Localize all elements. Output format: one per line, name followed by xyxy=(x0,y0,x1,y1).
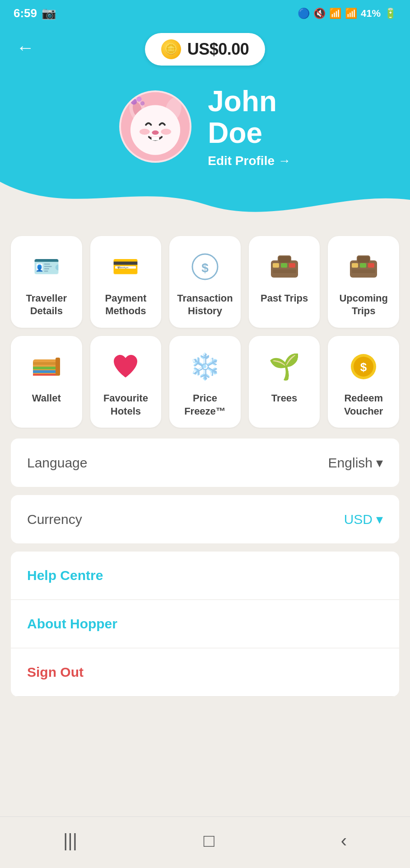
menu-label-past-trips: Past Trips xyxy=(261,292,308,305)
svg-rect-17 xyxy=(273,263,279,268)
svg-point-4 xyxy=(131,99,137,105)
profile-name: John Doe xyxy=(208,85,291,149)
status-right: 🔵 🔇 📶 📶 41% 🔋 xyxy=(298,8,396,19)
svg-rect-26 xyxy=(352,269,375,273)
language-label: Language xyxy=(27,455,87,471)
transaction-history-icon: $ xyxy=(187,249,223,285)
battery-icon: 🔋 xyxy=(384,8,396,19)
svg-text:$: $ xyxy=(360,360,367,374)
signal-icon: 📶 xyxy=(345,8,357,19)
nav-back-button[interactable]: ‹ xyxy=(327,826,360,855)
wave-divider xyxy=(0,182,410,218)
status-time: 6:59 xyxy=(14,6,37,20)
menu-item-redeem-voucher[interactable]: $ Redeem Voucher xyxy=(328,336,399,428)
menu-label-wallet: Wallet xyxy=(32,392,61,405)
svg-rect-25 xyxy=(368,263,374,268)
menu-label-trees: Trees xyxy=(271,392,298,405)
menu-item-traveller-details[interactable]: 🪪 Traveller Details xyxy=(11,236,82,328)
menu-item-payment-methods[interactable]: 💳 Payment Methods xyxy=(90,236,162,328)
sign-out-link[interactable]: Sign Out xyxy=(11,648,399,697)
chevron-down-icon: ▾ xyxy=(376,455,383,471)
camera-icon: 📷 xyxy=(42,6,56,20)
menu-item-price-freeze[interactable]: ❄️ Price Freeze™ xyxy=(169,336,241,428)
svg-rect-23 xyxy=(352,263,358,268)
currency-label: Currency xyxy=(27,512,82,527)
language-row[interactable]: Language English ▾ xyxy=(11,439,399,487)
help-centre-link[interactable]: Help Centre xyxy=(11,552,399,600)
menu-label-upcoming-trips: Upcoming Trips xyxy=(332,292,395,318)
favourite-hotels-icon xyxy=(107,349,144,385)
menu-label-favourite-hotels: Favourite Hotels xyxy=(95,392,157,418)
trees-icon: 🌱 xyxy=(266,349,303,385)
svg-point-6 xyxy=(140,101,145,106)
main-content: 🪪 Traveller Details 💳 Payment Methods $ … xyxy=(0,218,410,718)
svg-rect-28 xyxy=(33,362,57,365)
menu-item-trees[interactable]: 🌱 Trees xyxy=(249,336,320,428)
past-trips-icon xyxy=(266,249,303,285)
svg-rect-16 xyxy=(278,256,291,263)
svg-point-7 xyxy=(130,105,180,155)
svg-rect-20 xyxy=(273,269,296,273)
price-freeze-icon: ❄️ xyxy=(187,349,223,385)
redeem-voucher-icon: $ xyxy=(345,349,382,385)
links-section: Help Centre About Hopper Sign Out xyxy=(11,552,399,697)
upcoming-trips-icon xyxy=(345,249,382,285)
svg-rect-30 xyxy=(33,370,57,373)
svg-text:$: $ xyxy=(201,261,209,275)
menu-item-wallet[interactable]: Wallet xyxy=(11,336,82,428)
mute-icon: 🔇 xyxy=(313,8,326,19)
menu-label-payment-methods: Payment Methods xyxy=(95,292,157,318)
currency-row[interactable]: Currency USD ▾ xyxy=(11,495,399,543)
svg-rect-32 xyxy=(56,358,60,376)
wallet-icon xyxy=(28,349,65,385)
svg-point-8 xyxy=(140,129,150,135)
bottom-nav: ||| □ ‹ xyxy=(0,816,410,868)
back-button[interactable]: ← xyxy=(16,38,34,58)
svg-point-10 xyxy=(152,131,159,135)
menu-item-transaction-history[interactable]: $ Transaction History xyxy=(169,236,241,328)
wifi-icon: 📶 xyxy=(329,8,341,19)
currency-setting: Currency USD ▾ xyxy=(11,495,399,543)
menu-item-past-trips[interactable]: Past Trips xyxy=(249,236,320,328)
chevron-down-icon: ▾ xyxy=(376,511,383,527)
profile-info: John Doe Edit Profile → xyxy=(208,85,291,168)
menu-grid: 🪪 Traveller Details 💳 Payment Methods $ … xyxy=(11,236,399,428)
svg-rect-19 xyxy=(289,263,295,268)
status-left: 6:59 📷 xyxy=(14,6,56,20)
menu-label-redeem-voucher: Redeem Voucher xyxy=(332,392,395,418)
traveller-details-icon: 🪪 xyxy=(28,249,65,285)
avatar xyxy=(119,90,191,163)
nav-home-button[interactable]: □ xyxy=(190,826,228,855)
menu-item-favourite-hotels[interactable]: Favourite Hotels xyxy=(90,336,162,428)
balance-amount: US$0.00 xyxy=(187,40,249,59)
svg-rect-29 xyxy=(33,367,57,369)
profile-section: John Doe Edit Profile → xyxy=(119,85,291,168)
svg-rect-12 xyxy=(155,137,159,141)
status-bar: 6:59 📷 🔵 🔇 📶 📶 41% 🔋 xyxy=(0,0,410,25)
coin-icon: 🪙 xyxy=(161,39,181,59)
svg-point-5 xyxy=(136,97,141,102)
edit-profile-button[interactable]: Edit Profile → xyxy=(208,154,291,168)
balance-pill[interactable]: 🪙 US$0.00 xyxy=(145,33,266,66)
svg-point-9 xyxy=(161,129,172,135)
header-area: ← 🪙 US$0.00 xyxy=(0,25,410,218)
menu-label-transaction-history: Transaction History xyxy=(174,292,236,318)
svg-rect-22 xyxy=(357,256,370,263)
svg-rect-31 xyxy=(33,374,57,376)
svg-rect-18 xyxy=(281,263,287,268)
payment-methods-icon: 💳 xyxy=(107,249,144,285)
svg-rect-24 xyxy=(360,263,366,268)
bluetooth-icon: 🔵 xyxy=(298,8,310,19)
language-setting: Language English ▾ xyxy=(11,439,399,487)
language-value: English ▾ xyxy=(328,455,383,471)
menu-label-traveller-details: Traveller Details xyxy=(15,292,78,318)
battery-text: 41% xyxy=(361,8,381,19)
menu-item-upcoming-trips[interactable]: Upcoming Trips xyxy=(328,236,399,328)
about-hopper-link[interactable]: About Hopper xyxy=(11,600,399,648)
nav-menu-button[interactable]: ||| xyxy=(50,826,91,855)
menu-label-price-freeze: Price Freeze™ xyxy=(174,392,236,418)
currency-value: USD ▾ xyxy=(344,511,383,527)
